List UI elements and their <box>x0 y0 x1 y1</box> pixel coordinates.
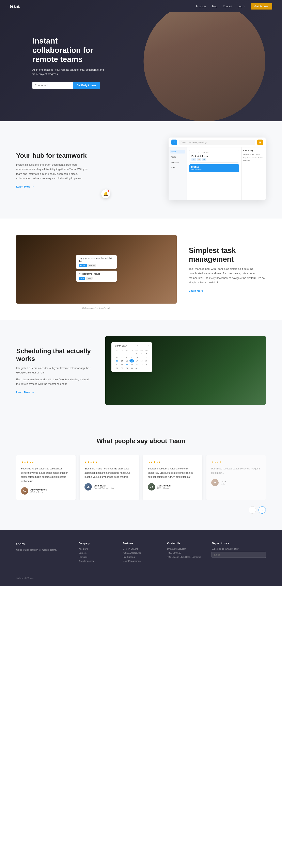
cal-day-9[interactable]: 9 <box>129 355 134 359</box>
cal-day-12[interactable]: 12 <box>144 355 149 359</box>
footer-file-sharing-link[interactable]: File Sharing <box>123 556 159 558</box>
testimonial-3-name: Jon Jandali <box>157 484 170 487</box>
cal-day-16[interactable]: 16 <box>129 359 134 363</box>
testimonial-4-name: User <box>221 480 226 483</box>
cal-day-24[interactable]: 24 <box>134 363 139 366</box>
mockup-sidebar-files[interactable]: Files <box>170 166 185 169</box>
testimonial-next-button[interactable]: → <box>258 506 266 514</box>
notification-bubble: 🔔 <box>101 189 110 198</box>
cal-day-29[interactable]: 29 <box>125 367 129 370</box>
cal-day-26[interactable]: 26 <box>144 363 149 366</box>
footer-about-link[interactable]: About Us <box>79 548 115 550</box>
cal-day-21[interactable]: 21 <box>120 363 124 366</box>
cal-day-4[interactable]: 4 <box>139 352 144 355</box>
nav-login[interactable]: Log In <box>238 5 245 8</box>
testimonial-4-avatar: U <box>211 479 219 486</box>
testimonial-3-author: JJ Jon Jandali CTO at Lorem <box>148 483 197 491</box>
cal-day-7[interactable]: 7 <box>120 355 124 359</box>
footer-careers-link[interactable]: Careers <box>79 552 115 554</box>
schedule-visual: March 2017 ‹ › MO TU WE TH FR SA SU 1 2 … <box>105 336 266 405</box>
mockup-sidebar-calendar[interactable]: Calendar <box>170 160 185 164</box>
cal-day-20[interactable]: 20 <box>115 363 119 366</box>
cal-day-23[interactable]: 23 <box>129 363 134 366</box>
cal-day-27[interactable]: 27 <box>115 367 119 370</box>
cal-day-8[interactable]: 8 <box>125 355 129 359</box>
cal-day-31[interactable]: 31 <box>134 367 139 370</box>
nav-products[interactable]: Products <box>196 5 206 8</box>
task-dismiss-button[interactable]: Skip <box>86 277 93 280</box>
footer-bottom: © Copyright Teamm <box>16 572 266 580</box>
cal-day-empty-4 <box>144 367 149 370</box>
footer-email-input[interactable] <box>212 552 266 558</box>
testimonial-2-avatar: LS <box>85 483 92 491</box>
mockup-tags: 📎 📋 🔗 <box>191 158 237 161</box>
mockup-event-card: 11:00 AM - 11:30 AM Project delivery 📎 📋… <box>189 150 239 163</box>
mockup-sidebar-tasks[interactable]: Tasks <box>170 155 185 159</box>
mockup-sidebar-inbox[interactable]: Inbox <box>170 150 185 154</box>
mockup-tag-3: 🔗 <box>202 158 207 161</box>
footer-ios-app-link[interactable]: iOS & Android App <box>123 552 159 554</box>
nav-blog[interactable]: Blog <box>212 5 217 8</box>
cal-day-14[interactable]: 14 <box>120 359 124 363</box>
mockup-sidebar: Inbox Tasks Calendar Files <box>168 148 187 200</box>
cal-day-19[interactable]: 19 <box>144 359 149 363</box>
nav-get-access[interactable]: Get Access <box>251 3 272 9</box>
cal-day-1[interactable]: 1 <box>125 352 129 355</box>
testimonial-4-role: Role <box>221 483 226 485</box>
hero-email-input[interactable] <box>32 82 73 89</box>
footer-contact-title: Contact Us <box>167 542 203 545</box>
hero-section: Instant collaboration for remote teams A… <box>0 0 282 121</box>
hero-cta-button[interactable]: Get Early Access <box>73 82 100 89</box>
mockup-icon-box: ⊞ <box>257 140 263 145</box>
schedule-learn-more[interactable]: Learn More <box>16 391 34 394</box>
cal-day-13[interactable]: 13 <box>115 359 119 363</box>
testimonial-1-avatar: AG <box>21 487 28 495</box>
cal-day-25[interactable]: 25 <box>139 363 144 366</box>
footer-phone: +800-200-500 <box>167 552 203 554</box>
cal-sa: SA <box>139 349 144 351</box>
cal-day-22[interactable]: 22 <box>125 363 129 366</box>
task-card-1-actions: Accept Decline <box>79 264 114 267</box>
hero-subtitle: All-in-one place for your remote team to… <box>32 68 105 76</box>
calendar-prev[interactable]: ‹ <box>137 345 138 347</box>
cal-day-11[interactable]: 11 <box>139 355 144 359</box>
calendar-next[interactable]: › <box>148 345 149 347</box>
testimonial-3-text: Sociosqu habitasse vulputate odio nisl p… <box>148 467 197 479</box>
task-decline-button[interactable]: Decline <box>88 264 96 267</box>
mockup-tag-2: 📋 <box>197 158 201 161</box>
cal-day-3[interactable]: 3 <box>134 352 139 355</box>
cal-day-6[interactable]: 6 <box>115 355 119 359</box>
task-learn-more[interactable]: Learn More <box>189 289 207 292</box>
task-card-2-actions: View Skip <box>79 277 114 280</box>
footer-user-mgmt-link[interactable]: User Management <box>123 560 159 562</box>
task-description: Task management with Team is as simple a… <box>189 267 266 284</box>
task-accept-button[interactable]: Accept <box>79 264 87 267</box>
footer-logo: team. <box>16 542 70 546</box>
cal-day-17[interactable]: 17 <box>134 359 139 363</box>
footer-screen-sharing-link[interactable]: Screen Sharing <box>123 548 159 550</box>
cal-day-28[interactable]: 28 <box>120 367 124 370</box>
task-view-button[interactable]: View <box>79 277 85 280</box>
mockup-task-title: Briefing <box>191 166 237 168</box>
cal-day-15[interactable]: 15 <box>125 359 129 363</box>
testimonial-3-avatar: JJ <box>148 483 155 491</box>
footer-features-link[interactable]: Features <box>79 556 115 558</box>
nav-contact[interactable]: Contact <box>223 5 232 8</box>
cal-day-30[interactable]: 30 <box>129 367 134 370</box>
hub-learn-more[interactable]: Learn More <box>16 185 34 188</box>
calendar-header: March 2017 ‹ › <box>115 344 149 347</box>
testimonial-4-author: U User Role <box>211 479 261 486</box>
navigation: team. Products Blog Contact Log In Get A… <box>0 0 282 13</box>
cal-day-2[interactable]: 2 <box>129 352 134 355</box>
hero-form: Get Early Access <box>32 82 105 89</box>
testimonial-prev-button[interactable]: ← <box>249 506 256 514</box>
cal-tu: TU <box>120 349 124 351</box>
cal-day-10[interactable]: 10 <box>134 355 139 359</box>
testimonial-2-author: LS Lina Sloan Content Writer at Uber <box>85 483 134 491</box>
hub-text: Your hub for teamwork Project discussion… <box>16 152 93 188</box>
testimonial-2-name: Lina Sloan <box>94 484 114 487</box>
mockup-task-sub: Due tomorrow <box>191 169 237 170</box>
footer-knowledgebase-link[interactable]: Knowledgebase <box>79 560 115 562</box>
cal-day-5[interactable]: 5 <box>144 352 149 355</box>
cal-day-18[interactable]: 18 <box>139 359 144 363</box>
